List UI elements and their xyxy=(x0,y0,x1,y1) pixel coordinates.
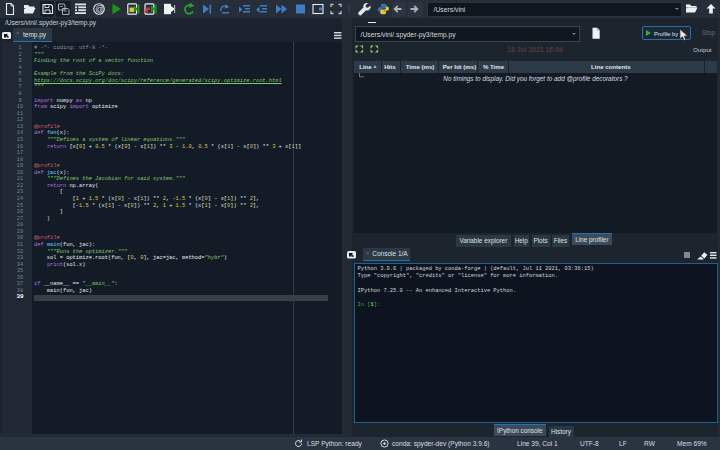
svg-text:@: @ xyxy=(95,4,104,14)
